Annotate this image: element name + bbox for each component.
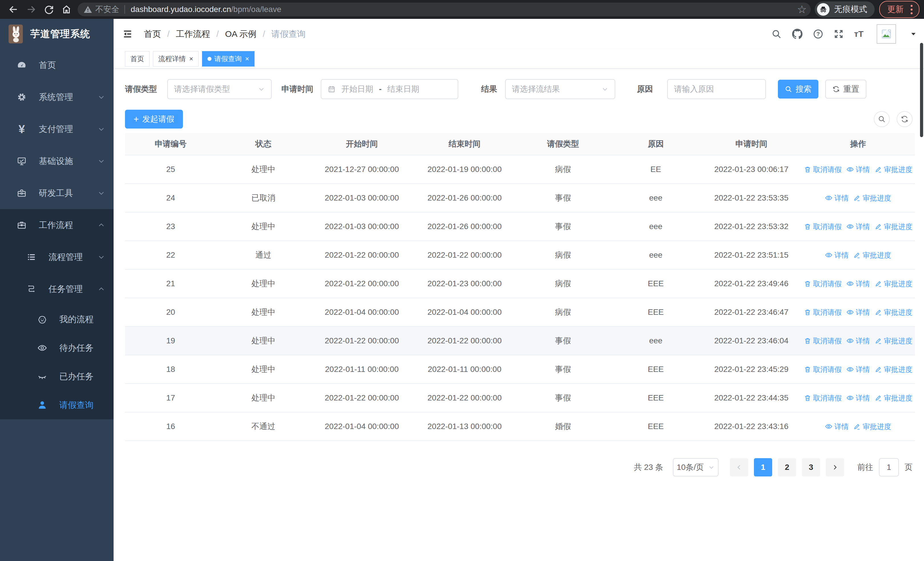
date-start-placeholder[interactable]: 开始日期 (341, 84, 373, 95)
edit-pen-icon (874, 165, 882, 173)
url-bar[interactable]: 不安全 dashboard.yudao.iocoder.cn/bpm/oa/le… (78, 3, 811, 16)
fullscreen-icon[interactable] (834, 29, 844, 39)
avatar[interactable] (877, 24, 896, 44)
approval-progress-link[interactable]: 审批进度 (874, 165, 913, 174)
approval-progress-link[interactable]: 审批进度 (874, 336, 913, 346)
goto-page-input[interactable]: 1 (879, 458, 899, 477)
sidebar-item-home[interactable]: 首页 (0, 49, 114, 81)
calendar-icon (328, 85, 336, 93)
cancel-leave-link[interactable]: 取消请假 (804, 279, 842, 289)
cancel-leave-link[interactable]: 取消请假 (804, 393, 842, 403)
apply-time-range[interactable]: 开始日期 - 结束日期 (321, 79, 458, 99)
detail-link[interactable]: 详情 (846, 393, 870, 403)
cancel-leave-link[interactable]: 取消请假 (804, 165, 842, 174)
detail-link[interactable]: 详情 (825, 193, 849, 203)
search-button[interactable]: 搜索 (778, 80, 818, 99)
edit-pen-icon (874, 223, 882, 230)
trash-icon (804, 394, 811, 402)
cell-reason: eee (610, 183, 701, 212)
sidebar-item-payment[interactable]: ¥ 支付管理 (0, 113, 114, 145)
refresh-table-button[interactable] (897, 111, 913, 127)
reason-input[interactable]: 请输入原因 (667, 79, 766, 99)
update-button[interactable]: 更新 (879, 1, 920, 18)
approval-progress-link[interactable]: 审批进度 (853, 422, 891, 431)
detail-link[interactable]: 详情 (846, 336, 870, 346)
sidebar-collapse-icon[interactable] (122, 29, 133, 39)
sidebar-item-system[interactable]: 系统管理 (0, 81, 114, 113)
cancel-leave-link[interactable]: 取消请假 (804, 222, 842, 232)
show-search-button[interactable] (874, 111, 890, 127)
logo-image (9, 24, 23, 44)
sidebar-item-workflow[interactable]: 工作流程 (0, 209, 114, 241)
table-header-row: 申请编号 状态 开始时间 结束时间 请假类型 原因 申请时间 操作 (125, 133, 915, 155)
approval-progress-link[interactable]: 审批进度 (874, 365, 913, 374)
tab-process-detail[interactable]: 流程详情 × (153, 51, 199, 66)
cell-reason: eee (610, 212, 701, 241)
close-tab-icon[interactable]: × (245, 55, 249, 63)
browser-reload-icon[interactable] (40, 1, 58, 18)
tab-home[interactable]: 首页 (125, 51, 150, 66)
prev-page-button[interactable] (730, 458, 748, 477)
help-icon[interactable]: ? (813, 29, 823, 39)
browser-home-icon[interactable] (58, 1, 75, 18)
result-select[interactable]: 请选择流结果 (505, 79, 615, 99)
page-button-2[interactable]: 2 (778, 458, 796, 477)
workflow-menu-group: 工作流程 流程管理 任务管理 (0, 209, 114, 419)
reset-button[interactable]: 重置 (825, 80, 866, 99)
sidebar-item-leave-query[interactable]: 请假查询 (0, 391, 114, 419)
dashboard-icon (16, 60, 27, 70)
sidebar-item-my-process[interactable]: 我的流程 (0, 305, 114, 334)
create-leave-button[interactable]: + 发起请假 (125, 110, 183, 129)
cell-request-id: 22 (125, 241, 216, 269)
sidebar-item-task-mgmt[interactable]: 任务管理 (0, 273, 114, 305)
detail-link[interactable]: 详情 (825, 422, 849, 431)
tab-leave-query[interactable]: 请假查询 × (202, 51, 255, 66)
detail-link[interactable]: 详情 (846, 165, 870, 174)
breadcrumb-home[interactable]: 首页 (144, 28, 161, 40)
approval-progress-link[interactable]: 审批进度 (853, 193, 891, 203)
detail-link[interactable]: 详情 (846, 308, 870, 317)
bookmark-star-icon[interactable]: ☆ (797, 4, 807, 15)
edit-pen-icon (853, 423, 861, 430)
cell-status: 处理中 (216, 212, 310, 241)
approval-progress-link[interactable]: 审批进度 (874, 222, 913, 232)
close-tab-icon[interactable]: × (189, 55, 193, 63)
approval-progress-link[interactable]: 审批进度 (874, 279, 913, 289)
sidebar-item-infra[interactable]: 基础设施 (0, 145, 114, 177)
browser-forward-icon[interactable] (22, 1, 40, 18)
chevron-up-icon (98, 221, 105, 229)
sidebar-item-todo-tasks[interactable]: 待办任务 (0, 334, 114, 362)
leave-type-select[interactable]: 请选择请假类型 (167, 79, 272, 99)
sidebar-item-done-tasks[interactable]: 已办任务 (0, 362, 114, 391)
cancel-leave-link[interactable]: 取消请假 (804, 308, 842, 317)
browser-menu-icon[interactable] (908, 3, 915, 16)
caret-down-icon[interactable] (910, 31, 916, 37)
sidebar-item-process-mgmt[interactable]: 流程管理 (0, 241, 114, 273)
scrollbar-thumb[interactable] (920, 43, 923, 137)
detail-link[interactable]: 详情 (846, 279, 870, 289)
page-button-3[interactable]: 3 (802, 458, 820, 477)
approval-progress-link[interactable]: 审批进度 (853, 251, 891, 260)
approval-progress-link[interactable]: 审批进度 (874, 393, 913, 403)
breadcrumb-workflow[interactable]: 工作流程 (176, 28, 210, 40)
cancel-leave-link[interactable]: 取消请假 (804, 365, 842, 374)
github-icon[interactable] (792, 29, 803, 39)
page-button-1[interactable]: 1 (754, 458, 772, 477)
detail-link[interactable]: 详情 (846, 222, 870, 232)
eye-icon (846, 365, 854, 373)
header-search-icon[interactable] (771, 29, 782, 39)
breadcrumb-oa-example[interactable]: OA 示例 (225, 28, 256, 40)
trash-icon (804, 165, 811, 173)
detail-link[interactable]: 详情 (825, 251, 849, 260)
approval-progress-link[interactable]: 审批进度 (874, 308, 913, 317)
date-end-placeholder[interactable]: 结束日期 (387, 84, 419, 95)
update-label: 更新 (887, 4, 904, 15)
sidebar-item-devtools[interactable]: 研发工具 (0, 177, 114, 209)
font-size-icon[interactable]: ᴛT (854, 29, 864, 39)
detail-link[interactable]: 详情 (846, 365, 870, 374)
eye-icon (846, 223, 854, 230)
cancel-leave-link[interactable]: 取消请假 (804, 336, 842, 346)
browser-back-icon[interactable] (4, 1, 22, 18)
page-size-select[interactable]: 10条/页 (673, 458, 718, 477)
next-page-button[interactable] (826, 458, 844, 477)
